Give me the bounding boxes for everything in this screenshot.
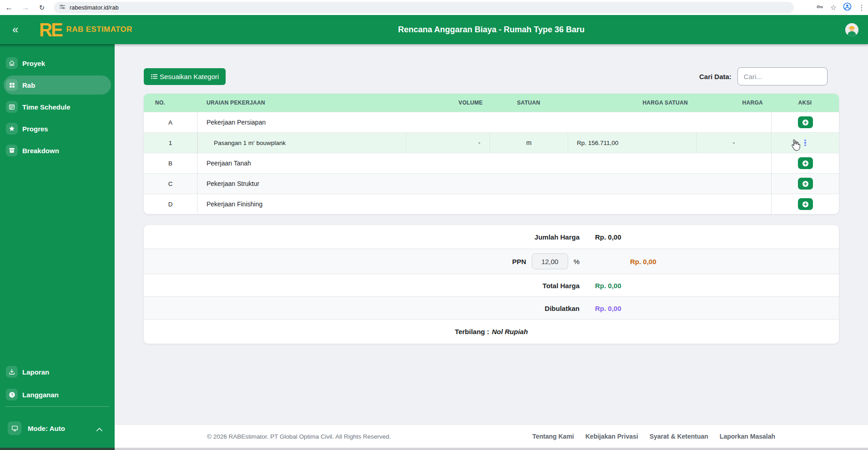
footer-link-tentang-kami[interactable]: Tentang Kami: [532, 433, 574, 440]
star-icon: [6, 123, 18, 135]
table-header: NO. URAIAN PEKERJAAN VOLUME SATUAN HARGA…: [144, 94, 839, 112]
terbilang-value: Nol Rupiah: [492, 328, 528, 335]
mode-toggle[interactable]: Mode: Auto: [4, 419, 111, 438]
jumlah-harga-value: Rp. 0,00: [595, 233, 621, 241]
column-header: HARGA: [696, 94, 771, 112]
row-actions: [771, 133, 839, 153]
sidebar-item-label: Rab: [22, 81, 35, 89]
add-item-button[interactable]: [798, 157, 813, 169]
search-input[interactable]: [737, 67, 828, 85]
sidebar-item-rab[interactable]: Rab: [4, 75, 111, 95]
row-actions: [771, 153, 839, 173]
dibulatkan-label: Dibulatkan: [545, 304, 580, 312]
sidebar-item-laporan[interactable]: Laporan: [4, 362, 111, 381]
box-icon: [6, 145, 18, 156]
calendar-icon: [6, 101, 18, 113]
table-row-category: B Peerjaan Tanah: [144, 153, 839, 173]
url-bar[interactable]: rabestimator.id/rab: [54, 2, 794, 13]
bottom-edge-right: [115, 448, 868, 450]
main-content: Sesuaikan Kategori Cari Data: NO. URAIAN…: [115, 44, 868, 450]
sidebar-item-label: Proyek: [22, 60, 45, 67]
footer-link-laporkan-masalah[interactable]: Laporkan Masalah: [720, 433, 775, 440]
sidebar-item-label: Langganan: [22, 391, 59, 399]
chevron-up-icon: [96, 425, 103, 434]
summary-row-dibulatkan: Dibulatkan Rp. 0,00: [144, 296, 839, 319]
table-row-category: A Pekerjaan Persiapan: [144, 112, 839, 132]
footer-link-kebijakan-privasi[interactable]: Kebijakan Privasi: [585, 433, 638, 440]
row-no: A: [144, 112, 197, 132]
user-avatar[interactable]: [845, 23, 858, 36]
ppn-input[interactable]: [532, 254, 568, 270]
row-satuan: m: [490, 133, 568, 153]
adjust-category-label: Sesuaikan Kategori: [160, 73, 219, 80]
site-info-icon[interactable]: [59, 4, 66, 12]
add-item-button[interactable]: [798, 178, 813, 190]
summary-row-jumlah: Jumlah Harga Rp. 0,00: [144, 225, 839, 249]
brand-logo: RE: [39, 20, 62, 39]
browser-menu-icon[interactable]: ⋮: [858, 4, 865, 11]
url-text: rabestimator.id/rab: [70, 4, 119, 11]
sidebar-item-proyek[interactable]: Proyek: [4, 54, 111, 73]
summary-card: Jumlah Harga Rp. 0,00 PPN % Rp. 0,00 Tot…: [144, 225, 839, 344]
browser-reload-icon[interactable]: ↻: [35, 0, 48, 15]
row-actions: [771, 112, 839, 132]
row-name: Pekerjaan Finishing: [197, 194, 771, 214]
footer: © 2026 RABEstimator. PT Global Optima Ci…: [115, 425, 868, 448]
sidebar-item-label: Progres: [22, 125, 48, 133]
browser-profile-icon[interactable]: [843, 2, 852, 13]
clock-icon: [6, 389, 18, 400]
total-harga-label: Total Harga: [543, 281, 580, 289]
column-header: SATUAN: [490, 94, 568, 112]
browser-chrome: ← → ↻ rabestimator.id/rab ☆ ⋮: [0, 0, 868, 15]
row-name: Peerjaan Tanah: [197, 153, 771, 173]
monitor-icon: [8, 421, 21, 435]
row-no: C: [144, 174, 197, 194]
summary-row-terbilang: Terbilang : Nol Rupiah: [144, 319, 839, 344]
ppn-value: Rp. 0,00: [630, 258, 656, 265]
grid-icon: [6, 79, 18, 91]
add-item-button[interactable]: [798, 198, 813, 210]
sidebar-item-time-schedule[interactable]: Time Schedule: [4, 97, 111, 116]
browser-forward-icon[interactable]: →: [19, 0, 32, 15]
bookmark-star-icon[interactable]: ☆: [830, 4, 837, 11]
dibulatkan-value: Rp. 0,00: [595, 304, 621, 312]
row-actions: [771, 194, 839, 214]
column-header: HARGA SATUAN: [568, 94, 696, 112]
row-name: Pekerjaan Struktur: [197, 174, 771, 194]
sidebar-item-label: Breakdown: [22, 147, 59, 155]
sidebar-divider: [5, 406, 109, 407]
row-name: Pekerjaan Persiapan: [197, 112, 771, 132]
bottom-edge-left: [0, 448, 115, 450]
sidebar-item-label: Laporan: [22, 368, 49, 376]
column-header: VOLUME: [406, 94, 490, 112]
copyright-text: © 2026 RABEstimator. PT Global Optima Ci…: [207, 433, 391, 440]
column-header: URAIAN PEKERJAAN: [197, 94, 406, 112]
total-harga-value: Rp. 0,00: [595, 281, 621, 289]
row-no: D: [144, 194, 197, 214]
browser-back-icon[interactable]: ←: [3, 0, 15, 15]
footer-link-syarat-ketentuan[interactable]: Syarat & Ketentuan: [650, 433, 708, 440]
kebab-menu-icon[interactable]: [804, 140, 806, 146]
adjust-category-button[interactable]: Sesuaikan Kategori: [144, 68, 226, 85]
column-header: AKSI: [771, 94, 839, 112]
collapse-sidebar-button[interactable]: «: [12, 15, 18, 44]
row-no: 1: [144, 133, 197, 153]
sidebar-item-breakdown[interactable]: Breakdown: [4, 141, 111, 160]
home-icon: [6, 57, 18, 69]
download-icon: [6, 366, 18, 378]
table-row-category: D Pekerjaan Finishing: [144, 194, 839, 214]
rab-table: NO. URAIAN PEKERJAAN VOLUME SATUAN HARGA…: [144, 94, 839, 214]
sidebar-item-progres[interactable]: Progres: [4, 119, 111, 138]
ppn-percent-sign: %: [574, 258, 580, 265]
add-item-button[interactable]: [798, 116, 813, 128]
sidebar-item-langganan[interactable]: Langganan: [4, 385, 111, 404]
sidebar-item-label: Time Schedule: [22, 103, 71, 111]
ppn-label: PPN: [512, 258, 526, 265]
password-key-icon[interactable]: [816, 3, 824, 13]
row-actions: [771, 174, 839, 194]
row-volume: -: [406, 133, 490, 153]
search-label: Cari Data:: [699, 73, 732, 80]
row-harga: -: [696, 133, 771, 153]
mode-label: Mode: Auto: [28, 425, 65, 432]
row-no: B: [144, 153, 197, 173]
